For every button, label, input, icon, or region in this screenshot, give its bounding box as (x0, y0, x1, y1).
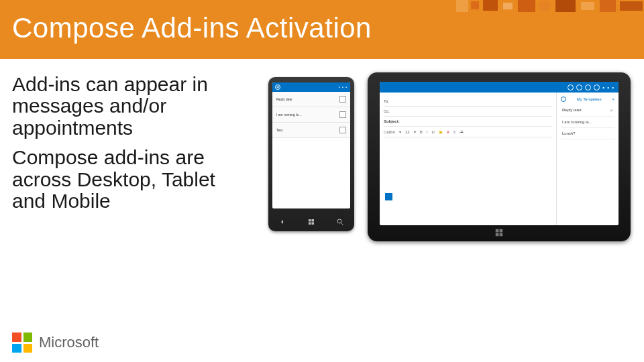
list-item[interactable]: Reply later (272, 92, 350, 107)
underline-button[interactable]: U (431, 130, 434, 134)
close-icon[interactable]: × (612, 97, 614, 101)
body-paragraph-2: Compose add-ins are across Desktop, Tabl… (12, 147, 254, 212)
tablet-screen: • • • To: Cc: Subject: Calibri ▾ (380, 82, 619, 225)
list-item-label: Reply later (276, 97, 292, 101)
header-decor (456, 0, 644, 12)
appbar-action-icon[interactable] (568, 84, 574, 90)
footer: Microsoft (12, 333, 99, 353)
subject-field[interactable]: Subject: (384, 117, 552, 127)
tablet-mock: • • • To: Cc: Subject: Calibri ▾ (368, 72, 631, 241)
template-item[interactable]: I am running la… (561, 117, 614, 128)
svg-rect-2 (309, 223, 311, 225)
back-icon[interactable] (278, 217, 286, 229)
list-item[interactable]: Test (272, 123, 350, 138)
font-size-select[interactable]: 12 (405, 130, 410, 134)
windows-icon[interactable] (307, 217, 315, 229)
tablet-appbar: • • • (380, 82, 619, 93)
svg-rect-8 (496, 233, 499, 237)
align-left-icon[interactable]: ≡ (453, 130, 456, 134)
phone-appbar: • • • (272, 82, 350, 92)
highlight-icon[interactable]: ▣ (439, 129, 443, 134)
svg-rect-6 (496, 229, 499, 233)
format-toolbar: Calibri ▾ 12 ▾ B I U ▣ A ≡ ≔ (384, 127, 552, 137)
delete-icon[interactable]: ✕ (610, 108, 613, 113)
overflow-menu-icon[interactable]: • • • (602, 84, 614, 90)
thumbnail-icon (339, 127, 346, 133)
thumbnail-icon (339, 96, 346, 103)
svg-point-4 (337, 219, 341, 223)
phone-screen: • • • Reply later I am running la… Test (272, 82, 350, 208)
close-icon[interactable] (275, 84, 280, 90)
template-item[interactable]: Reply later ✕ (561, 105, 614, 117)
template-title: Lunch? (562, 131, 576, 135)
phone-mock: • • • Reply later I am running la… Test (268, 77, 354, 231)
sidepane-my-templates: My Templates × Reply later ✕ I am runnin… (557, 93, 619, 225)
windows-icon[interactable] (494, 228, 504, 237)
body-paragraph-1: Add-ins can appear in messages and/or ap… (12, 74, 254, 139)
sidepane-title: My Templates (577, 97, 602, 101)
phone-nav-bar (268, 217, 354, 229)
microsoft-logo-icon (12, 333, 32, 353)
list-icon[interactable]: ≔ (460, 129, 464, 134)
template-title: I am running la… (562, 120, 593, 124)
appbar-action-icon[interactable] (576, 84, 582, 90)
template-item[interactable]: Lunch? (561, 128, 614, 139)
italic-button[interactable]: I (427, 130, 428, 134)
template-title: Reply later (562, 108, 582, 113)
list-item-label: I am running la… (276, 113, 302, 117)
cc-label: Cc: (384, 109, 390, 113)
svg-rect-9 (500, 233, 503, 237)
thumbnail-icon (339, 111, 346, 118)
svg-line-5 (341, 223, 343, 225)
appbar-action-icon[interactable] (594, 84, 600, 90)
bold-button[interactable]: B (420, 130, 423, 134)
svg-rect-0 (309, 219, 311, 222)
search-icon[interactable] (336, 217, 344, 229)
subject-label: Subject: (384, 119, 400, 123)
body-text: Add-ins can appear in messages and/or ap… (12, 74, 254, 220)
appbar-action-icon[interactable] (585, 84, 591, 90)
message-editor[interactable] (384, 140, 552, 202)
header-band: Compose Add-ins Activation (0, 0, 644, 59)
svg-rect-1 (311, 219, 314, 222)
to-label: To: (384, 99, 389, 103)
cc-field[interactable]: Cc: (384, 107, 552, 117)
slide-title: Compose Add-ins Activation (12, 12, 372, 44)
svg-rect-7 (500, 229, 503, 233)
templates-icon (561, 97, 566, 102)
phone-editor-area (272, 138, 350, 146)
overflow-menu-icon[interactable]: • • • (339, 85, 347, 89)
font-name-select[interactable]: Calibri (384, 130, 395, 134)
brand-name: Microsoft (39, 334, 99, 351)
list-item-label: Test (276, 128, 282, 132)
compose-pane: To: Cc: Subject: Calibri ▾ 12 ▾ B I (380, 93, 557, 225)
addin-badge-icon[interactable] (385, 193, 392, 200)
font-color-icon[interactable]: A (447, 130, 449, 134)
to-field[interactable]: To: (384, 97, 552, 107)
list-item[interactable]: I am running la… (272, 107, 350, 123)
svg-rect-3 (311, 223, 314, 225)
